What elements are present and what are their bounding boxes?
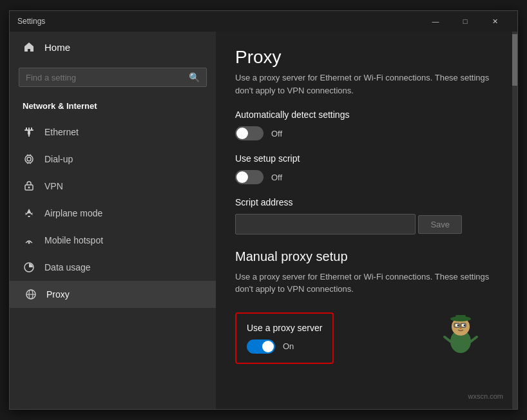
sidebar-home[interactable]: Home xyxy=(10,32,216,62)
sidebar-item-datausage-label: Data usage xyxy=(44,262,91,272)
ethernet-icon xyxy=(23,126,35,138)
sidebar-item-vpn-label: VPN xyxy=(44,181,63,191)
auto-detect-label: Automatically detect settings xyxy=(235,110,493,120)
scrollbar[interactable] xyxy=(512,32,517,409)
search-box[interactable]: 🔍 xyxy=(19,68,207,87)
use-proxy-toggle[interactable] xyxy=(247,339,275,354)
sidebar-item-hotspot-label: Mobile hotspot xyxy=(44,235,103,245)
sidebar-item-hotspot[interactable]: Mobile hotspot xyxy=(10,227,216,254)
main-content: Proxy Use a proxy server for Ethernet or… xyxy=(216,32,512,409)
auto-detect-toggle[interactable] xyxy=(235,126,264,140)
svg-point-6 xyxy=(25,155,33,163)
manual-section-title: Manual proxy setup xyxy=(235,249,493,264)
sidebar: Home 🔍 Network & Internet xyxy=(10,32,216,409)
close-button[interactable]: ✕ xyxy=(480,11,510,32)
svg-point-22 xyxy=(457,325,459,327)
manual-section-desc: Use a proxy server for Ethernet or Wi-Fi… xyxy=(235,271,493,296)
save-button[interactable]: Save xyxy=(418,215,462,234)
datausage-icon xyxy=(23,261,35,274)
svg-rect-5 xyxy=(28,135,30,137)
nav-section-title: Network & Internet xyxy=(10,96,216,119)
proxy-icon xyxy=(24,288,37,301)
sidebar-item-proxy-label: Proxy xyxy=(46,289,70,300)
search-input[interactable] xyxy=(26,73,184,82)
svg-rect-4 xyxy=(28,131,30,135)
use-proxy-highlight-box: Use a proxy server On xyxy=(235,312,334,364)
svg-line-29 xyxy=(471,337,477,341)
sidebar-item-airplane-label: Airplane mode xyxy=(44,208,102,218)
svg-point-11 xyxy=(28,242,30,244)
page-title: Proxy xyxy=(235,47,493,68)
sidebar-item-dialup[interactable]: Dial-up xyxy=(10,146,216,173)
sidebar-item-ethernet-label: Ethernet xyxy=(44,127,79,137)
svg-point-7 xyxy=(27,157,31,161)
airplane-icon xyxy=(23,207,35,220)
svg-rect-19 xyxy=(455,315,466,320)
svg-point-27 xyxy=(459,327,462,329)
svg-line-28 xyxy=(445,337,450,341)
mascot-image xyxy=(441,312,480,358)
sidebar-item-dialup-label: Dial-up xyxy=(44,154,73,164)
svg-rect-3 xyxy=(31,128,32,130)
use-proxy-row: On xyxy=(247,339,322,354)
content-area: Home 🔍 Network & Internet xyxy=(10,32,517,409)
sidebar-item-datausage[interactable]: Data usage xyxy=(10,254,216,281)
sidebar-item-proxy[interactable]: Proxy xyxy=(10,281,216,308)
watermark: wxscn.com xyxy=(468,392,503,400)
setup-script-toggle[interactable] xyxy=(235,170,264,184)
minimize-button[interactable]: — xyxy=(421,11,450,32)
auto-detect-knob xyxy=(236,128,248,139)
svg-point-9 xyxy=(28,187,30,189)
settings-window: Settings — □ ✕ Home 🔍 xyxy=(9,10,518,410)
auto-section-desc: Use a proxy server for Ethernet or Wi-Fi… xyxy=(235,72,493,97)
home-icon xyxy=(23,41,35,53)
sidebar-item-vpn[interactable]: VPN xyxy=(10,173,216,200)
svg-point-23 xyxy=(464,325,466,327)
search-icon: 🔍 xyxy=(189,72,200,82)
titlebar: Settings — □ ✕ xyxy=(10,11,517,32)
hotspot-icon xyxy=(23,234,35,247)
maximize-button[interactable]: □ xyxy=(450,11,480,32)
home-label: Home xyxy=(44,42,70,53)
window-controls: — □ ✕ xyxy=(421,11,510,32)
use-proxy-knob xyxy=(262,341,274,352)
setup-script-label: Use setup script xyxy=(235,153,493,164)
svg-rect-2 xyxy=(28,128,30,130)
setup-script-state: Off xyxy=(271,173,282,182)
vpn-icon xyxy=(23,180,35,193)
sidebar-item-ethernet[interactable]: Ethernet xyxy=(10,119,216,146)
dialup-icon xyxy=(23,153,35,166)
script-address-input[interactable] xyxy=(235,214,416,234)
script-address-label: Script address xyxy=(235,197,493,207)
auto-detect-state: Off xyxy=(271,129,282,138)
setup-script-row: Off xyxy=(235,170,493,184)
setup-script-knob xyxy=(236,171,248,183)
window-title: Settings xyxy=(17,17,421,26)
scrollbar-thumb[interactable] xyxy=(512,34,517,86)
svg-rect-1 xyxy=(26,128,27,130)
auto-detect-row: Off xyxy=(235,126,493,140)
use-proxy-label: Use a proxy server xyxy=(247,323,322,333)
sidebar-item-airplane[interactable]: Airplane mode xyxy=(10,200,216,227)
svg-rect-10 xyxy=(28,216,30,217)
use-proxy-state: On xyxy=(283,341,294,351)
